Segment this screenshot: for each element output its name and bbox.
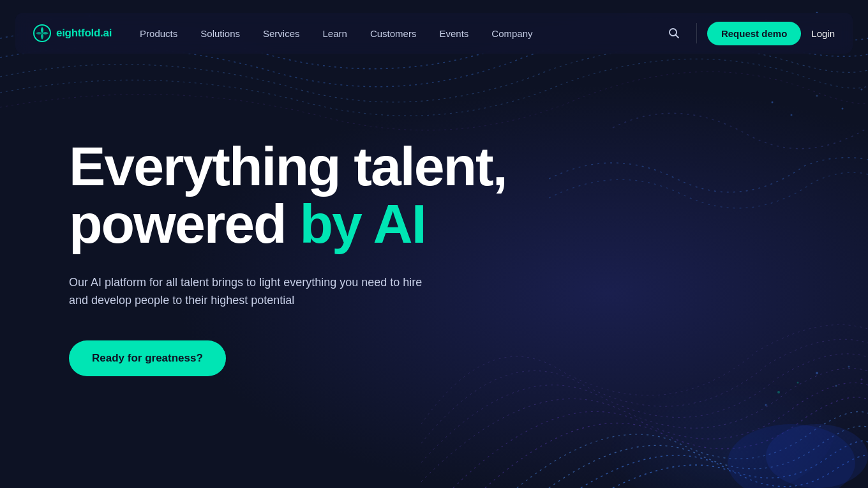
nav-learn[interactable]: Learn (313, 23, 357, 44)
nav-actions: Request demo Login (662, 21, 835, 45)
hero-section: Everything talent, powered by AI Our AI … (0, 0, 868, 488)
nav-events[interactable]: Events (429, 23, 479, 44)
nav-customers[interactable]: Customers (360, 23, 427, 44)
login-button[interactable]: Login (811, 28, 835, 39)
hero-cta-button[interactable]: Ready for greatness? (69, 340, 226, 376)
eightfold-logo-icon (33, 24, 51, 42)
logo-text: eightfold.ai (56, 27, 112, 40)
request-demo-button[interactable]: Request demo (707, 22, 801, 45)
logo[interactable]: eightfold.ai (33, 24, 112, 42)
hero-title: Everything talent, powered by AI (69, 137, 528, 253)
nav-company[interactable]: Company (481, 23, 542, 44)
search-icon (668, 27, 680, 40)
search-button[interactable] (662, 21, 686, 45)
hero-subtitle: Our AI platform for all talent brings to… (69, 273, 439, 310)
nav-services[interactable]: Services (253, 23, 310, 44)
nav-links: Products Solutions Services Learn Custom… (130, 23, 662, 44)
nav-divider (696, 23, 697, 43)
nav-products[interactable]: Products (130, 23, 188, 44)
svg-line-28 (675, 35, 678, 38)
navbar: eightfold.ai Products Solutions Services… (15, 13, 853, 54)
nav-solutions[interactable]: Solutions (190, 23, 250, 44)
